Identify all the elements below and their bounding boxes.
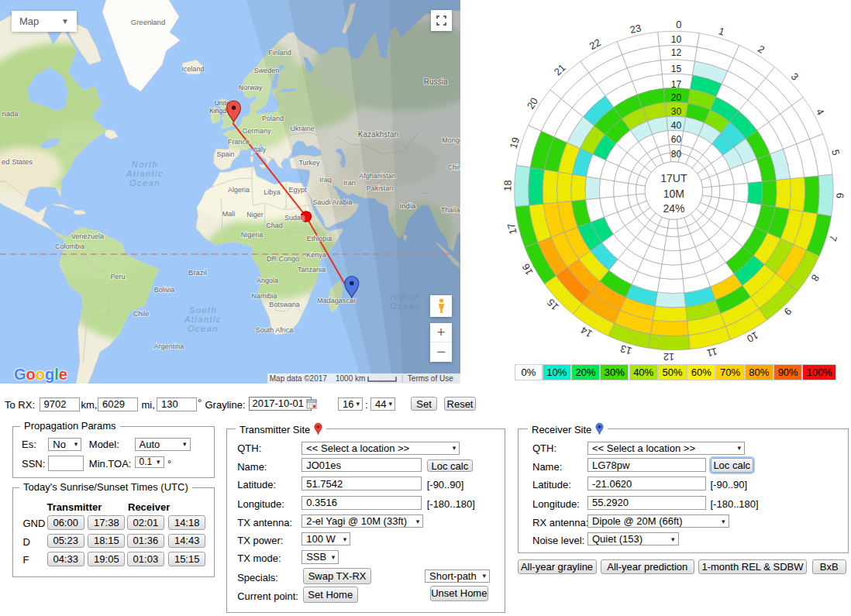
svg-text:North: North bbox=[132, 160, 158, 169]
svg-text:Atlantic: Atlantic bbox=[184, 315, 222, 324]
svg-text:Niger: Niger bbox=[246, 211, 264, 219]
svg-text:Libya: Libya bbox=[264, 188, 281, 196]
svg-text:Ocean: Ocean bbox=[390, 301, 421, 311]
svg-text:South Africa: South Africa bbox=[256, 326, 294, 334]
svg-text:Italy: Italy bbox=[253, 146, 267, 153]
svg-text:Mongol: Mongol bbox=[442, 136, 465, 144]
svg-text:8: 8 bbox=[809, 273, 822, 284]
svg-text:France: France bbox=[228, 138, 250, 146]
svg-text:Madagascar: Madagascar bbox=[317, 297, 356, 305]
svg-text:Kazakhstan: Kazakhstan bbox=[358, 130, 398, 139]
svg-text:20: 20 bbox=[671, 92, 682, 103]
svg-text:Colombia: Colombia bbox=[55, 243, 84, 250]
svg-text:15: 15 bbox=[671, 64, 682, 74]
svg-text:23: 23 bbox=[629, 22, 643, 36]
svg-text:10M: 10M bbox=[663, 188, 684, 200]
svg-text:40: 40 bbox=[671, 120, 682, 131]
svg-text:Argentina: Argentina bbox=[154, 342, 184, 350]
svg-text:19: 19 bbox=[508, 136, 522, 150]
svg-text:5: 5 bbox=[829, 148, 842, 156]
svg-text:Iraq: Iraq bbox=[319, 176, 332, 184]
svg-text:Thailand: Thailand bbox=[441, 206, 468, 214]
svg-text:18: 18 bbox=[501, 180, 513, 191]
svg-text:Iceland: Iceland bbox=[181, 65, 204, 73]
svg-text:0: 0 bbox=[676, 19, 682, 30]
svg-text:Ukraine: Ukraine bbox=[290, 125, 314, 132]
svg-text:Sweden: Sweden bbox=[254, 67, 280, 74]
svg-text:ed States: ed States bbox=[2, 157, 33, 166]
svg-text:Mali: Mali bbox=[222, 210, 236, 218]
svg-text:Namibia: Namibia bbox=[251, 292, 277, 300]
svg-text:60: 60 bbox=[671, 134, 682, 145]
svg-text:9: 9 bbox=[782, 305, 794, 318]
svg-text:DR Congo: DR Congo bbox=[267, 255, 299, 263]
svg-text:China: China bbox=[447, 163, 466, 171]
svg-text:Angola: Angola bbox=[257, 277, 278, 284]
svg-text:17UT: 17UT bbox=[660, 172, 687, 184]
svg-text:13: 13 bbox=[619, 342, 633, 357]
svg-text:Greenland: Greenland bbox=[131, 18, 165, 26]
svg-text:6: 6 bbox=[834, 193, 846, 199]
svg-text:Iran: Iran bbox=[343, 179, 356, 187]
svg-text:Nigeria: Nigeria bbox=[241, 231, 264, 239]
svg-text:Indian: Indian bbox=[391, 292, 421, 301]
svg-text:Bolivia: Bolivia bbox=[154, 286, 175, 294]
svg-text:Russia: Russia bbox=[424, 77, 448, 86]
svg-text:7: 7 bbox=[827, 234, 839, 243]
svg-text:nada: nada bbox=[2, 109, 19, 118]
svg-text:Sudan: Sudan bbox=[284, 214, 305, 222]
svg-text:Tanzania: Tanzania bbox=[298, 266, 326, 274]
svg-text:Chad: Chad bbox=[266, 222, 283, 229]
svg-text:Spain: Spain bbox=[216, 150, 234, 158]
svg-text:10: 10 bbox=[671, 34, 682, 45]
svg-text:Venezuela: Venezuela bbox=[71, 232, 104, 240]
svg-text:South: South bbox=[189, 305, 217, 315]
svg-text:17: 17 bbox=[671, 79, 682, 90]
svg-text:Germany: Germany bbox=[242, 127, 271, 135]
svg-text:12: 12 bbox=[663, 351, 675, 363]
svg-text:India: India bbox=[400, 201, 416, 210]
svg-text:Atlantic: Atlantic bbox=[126, 169, 164, 178]
svg-text:Ethiopia: Ethiopia bbox=[307, 235, 332, 243]
svg-text:Botswana: Botswana bbox=[269, 301, 300, 308]
svg-text:Norway: Norway bbox=[239, 84, 263, 91]
svg-text:30: 30 bbox=[671, 106, 682, 117]
svg-text:4: 4 bbox=[814, 107, 827, 117]
svg-text:Algeria: Algeria bbox=[228, 186, 250, 194]
svg-text:Egypt: Egypt bbox=[288, 186, 307, 194]
svg-text:Finland: Finland bbox=[268, 49, 291, 57]
svg-text:3: 3 bbox=[789, 71, 801, 83]
svg-text:Chile: Chile bbox=[133, 310, 150, 318]
svg-text:Brazil: Brazil bbox=[188, 268, 207, 277]
svg-text:Peru: Peru bbox=[110, 273, 125, 280]
svg-text:Pakistan: Pakistan bbox=[367, 184, 394, 192]
svg-text:12: 12 bbox=[671, 47, 682, 58]
svg-text:Poland: Poland bbox=[262, 115, 284, 122]
svg-text:80: 80 bbox=[671, 149, 682, 160]
svg-text:Turkey: Turkey bbox=[298, 159, 320, 167]
svg-text:2: 2 bbox=[756, 43, 767, 56]
svg-text:17: 17 bbox=[505, 222, 519, 236]
svg-text:1: 1 bbox=[717, 25, 725, 37]
svg-text:Kenya: Kenya bbox=[306, 251, 326, 259]
svg-text:24%: 24% bbox=[663, 202, 684, 215]
svg-text:Ocean: Ocean bbox=[129, 178, 160, 188]
svg-text:11: 11 bbox=[705, 346, 718, 360]
svg-text:Ocean: Ocean bbox=[188, 324, 219, 333]
svg-text:Afghanistan: Afghanistan bbox=[359, 172, 396, 180]
svg-text:Saudi Arabia: Saudi Arabia bbox=[312, 198, 352, 206]
